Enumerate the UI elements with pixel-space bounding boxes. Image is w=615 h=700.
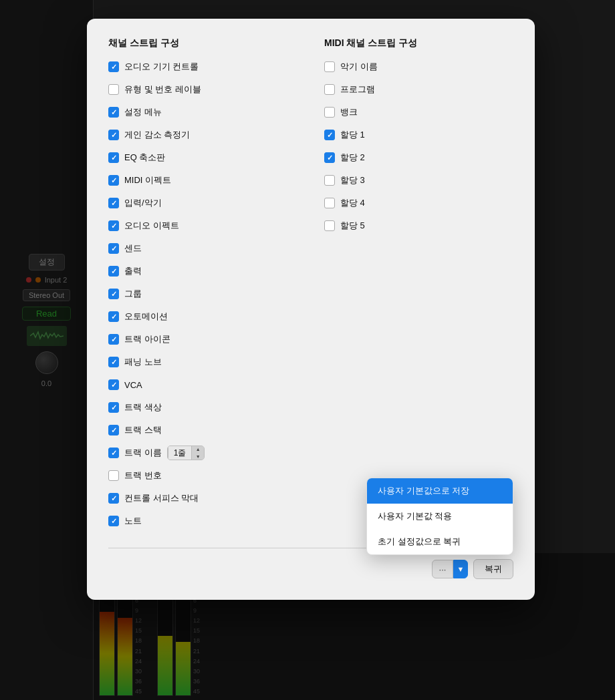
dialog-bottom-bar: ··· ▼ 복귀 사용자 기본값으로 저장사용자 기본값 적용초기 설정값으로 … [108, 559, 513, 579]
checkbox-label-track-icon: 트랙 아이콘 [124, 333, 170, 345]
channel-strip-config-dialog: 채널 스트립 구성 오디오 기기 컨트롤유형 및 번호 레이블설정 메뉴게인 감… [87, 19, 535, 600]
more-options-button[interactable]: ··· [432, 560, 453, 578]
checkbox-label-automation: 오토메이션 [124, 311, 168, 323]
checkbox-label-instrument-name: 악기 이름 [340, 61, 378, 73]
checkbox-item-assign3: 할당 3 [324, 172, 513, 188]
dropdown-item-reset-initial[interactable]: 초기 설정값으로 복귀 [367, 529, 513, 554]
checkbox-vca[interactable] [108, 379, 119, 390]
track-name-row: 트랙 이름1줄▲▼ [124, 446, 205, 460]
checkbox-assign3[interactable] [324, 175, 335, 186]
checkbox-item-track-stack: 트랙 스택 [108, 422, 297, 438]
checkbox-item-assign4: 할당 4 [324, 195, 513, 211]
checkbox-item-group: 그룹 [108, 286, 297, 302]
checkbox-track-color[interactable] [108, 402, 119, 413]
checkbox-label-control-surface: 컨트롤 서피스 막대 [124, 492, 199, 504]
stepper-value: 1줄 [168, 446, 193, 460]
checkbox-midi-effects[interactable] [108, 175, 119, 186]
checkbox-audio-device-control[interactable] [108, 61, 119, 72]
checkbox-label-assign1: 할당 1 [340, 129, 365, 141]
checkbox-label-settings-menu: 설정 메뉴 [124, 106, 162, 118]
checkbox-item-track-icon: 트랙 아이콘 [108, 331, 297, 347]
right-column-title: MIDI 채널 스트립 구성 [324, 37, 513, 49]
checkbox-item-type-number-label: 유형 및 번호 레이블 [108, 81, 297, 98]
checkbox-label-eq-panel: EQ 축소판 [124, 152, 165, 164]
checkbox-track-icon[interactable] [108, 334, 119, 345]
checkbox-eq-panel[interactable] [108, 152, 119, 163]
checkbox-label-output: 출력 [124, 265, 142, 277]
left-column-title: 채널 스트립 구성 [108, 37, 297, 49]
checkbox-item-audio-device-control: 오디오 기기 컨트롤 [108, 59, 297, 75]
dropdown-item-apply-user-default[interactable]: 사용자 기본값 적용 [367, 504, 513, 529]
checkbox-item-audio-effects: 오디오 이펙트 [108, 218, 297, 234]
stepper-arrows[interactable]: ▲▼ [192, 446, 204, 460]
checkbox-item-settings-menu: 설정 메뉴 [108, 104, 297, 120]
more-chevron-button[interactable]: ▼ [453, 560, 468, 578]
checkbox-program[interactable] [324, 84, 335, 95]
checkbox-item-notes: 노트 [108, 513, 297, 529]
checkbox-item-gain-reduction: 게인 감소 측정기 [108, 127, 297, 143]
checkbox-control-surface[interactable] [108, 493, 119, 504]
checkbox-settings-menu[interactable] [108, 107, 119, 118]
checkbox-item-vca: VCA [108, 377, 297, 393]
checkbox-assign5[interactable] [324, 220, 335, 231]
checkbox-item-track-color: 트랙 색상 [108, 399, 297, 415]
checkbox-item-track-name: 트랙 이름1줄▲▼ [108, 445, 297, 461]
checkbox-assign1[interactable] [324, 130, 335, 140]
checkbox-label-audio-effects: 오디오 이펙트 [124, 220, 179, 232]
checkbox-item-midi-effects: MIDI 이펙트 [108, 172, 297, 188]
checkbox-bank[interactable] [324, 107, 335, 118]
checkbox-assign2[interactable] [324, 152, 335, 163]
checkbox-item-pan-knob: 패닝 노브 [108, 354, 297, 370]
checkbox-item-assign5: 할당 5 [324, 218, 513, 234]
checkbox-track-number[interactable] [108, 470, 119, 481]
dropdown-items: 사용자 기본값으로 저장사용자 기본값 적용초기 설정값으로 복귀 [367, 478, 513, 554]
checkbox-gain-reduction[interactable] [108, 130, 119, 140]
stepper-arrow-up[interactable]: ▲ [192, 446, 204, 453]
checkbox-item-output: 출력 [108, 263, 297, 279]
checkbox-item-bank: 뱅크 [324, 104, 513, 120]
stepper-arrow-down[interactable]: ▼ [192, 453, 204, 460]
checkbox-track-name[interactable] [108, 448, 119, 458]
checkbox-assign4[interactable] [324, 198, 335, 208]
checkbox-item-instrument-name: 악기 이름 [324, 59, 513, 75]
checkbox-group[interactable] [108, 289, 119, 299]
checkbox-label-track-stack: 트랙 스택 [124, 424, 162, 436]
checkbox-label-assign3: 할당 3 [340, 174, 365, 186]
checkbox-label-input-instrument: 입력/악기 [124, 197, 162, 209]
checkbox-label-track-color: 트랙 색상 [124, 401, 162, 413]
dropdown-menu: 사용자 기본값으로 저장사용자 기본값 적용초기 설정값으로 복귀 [366, 478, 513, 555]
checkbox-send[interactable] [108, 243, 119, 254]
checkbox-input-instrument[interactable] [108, 198, 119, 208]
checkbox-item-automation: 오토메이션 [108, 309, 297, 325]
checkbox-item-assign1: 할당 1 [324, 127, 513, 143]
checkbox-automation[interactable] [108, 311, 119, 322]
checkbox-label-track-number: 트랙 번호 [124, 470, 162, 482]
checkbox-label-midi-effects: MIDI 이펙트 [124, 174, 171, 186]
checkbox-item-track-number: 트랙 번호 [108, 468, 297, 484]
dropdown-item-save-user-default[interactable]: 사용자 기본값으로 저장 [367, 478, 513, 504]
checkbox-label-bank: 뱅크 [340, 106, 358, 118]
checkbox-label-vca: VCA [124, 380, 142, 390]
checkbox-label-track-name: 트랙 이름 [124, 447, 162, 459]
checkbox-audio-effects[interactable] [108, 220, 119, 231]
checkbox-item-send: 센드 [108, 240, 297, 256]
checkbox-label-assign5: 할당 5 [340, 220, 365, 232]
checkbox-item-eq-panel: EQ 축소판 [108, 150, 297, 166]
checkbox-output[interactable] [108, 266, 119, 277]
checkbox-notes[interactable] [108, 516, 119, 526]
checkbox-item-control-surface: 컨트롤 서피스 막대 [108, 490, 297, 506]
track-name-stepper[interactable]: 1줄▲▼ [167, 446, 205, 460]
checkbox-track-stack[interactable] [108, 425, 119, 435]
checkbox-item-program: 프로그램 [324, 81, 513, 98]
checkbox-instrument-name[interactable] [324, 61, 335, 72]
checkbox-label-group: 그룹 [124, 288, 142, 300]
checkbox-pan-knob[interactable] [108, 357, 119, 367]
checkbox-label-pan-knob: 패닝 노브 [124, 356, 162, 368]
checkbox-label-type-number-label: 유형 및 번호 레이블 [124, 83, 201, 96]
right-column: MIDI 채널 스트립 구성 악기 이름프로그램뱅크할당 1할당 2할당 3할당… [311, 37, 513, 536]
checkbox-item-input-instrument: 입력/악기 [108, 195, 297, 211]
checkbox-label-notes: 노트 [124, 515, 142, 527]
checkbox-label-audio-device-control: 오디오 기기 컨트롤 [124, 61, 199, 73]
checkbox-type-number-label[interactable] [108, 84, 119, 95]
restore-button[interactable]: 복귀 [473, 559, 513, 579]
